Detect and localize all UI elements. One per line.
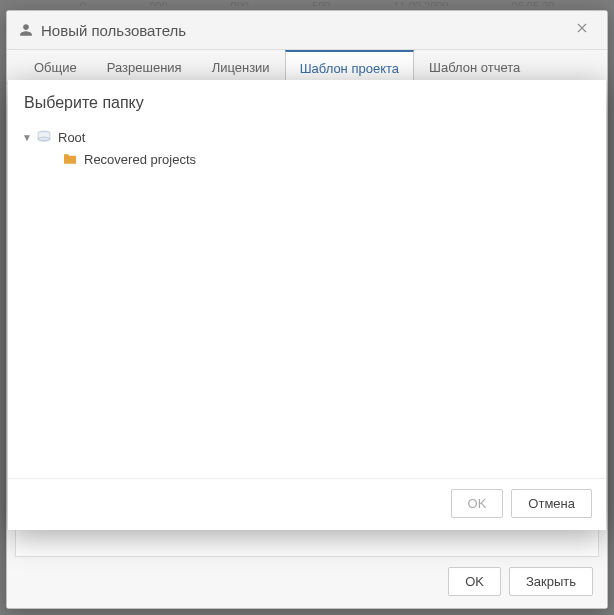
inner-ok-button[interactable]: OK [451, 489, 504, 518]
folder-icon [62, 151, 78, 167]
dialog-close-button[interactable] [569, 19, 595, 41]
folder-tree[interactable]: ▼ Root Recovered projects [8, 122, 606, 478]
tab-general[interactable]: Общие [19, 50, 92, 84]
folder-picker-dialog: Выберите папку ▼ Root Recovered projects… [8, 80, 606, 530]
expander-icon[interactable]: ▼ [20, 132, 34, 143]
folder-picker-title: Выберите папку [8, 80, 606, 122]
tree-node-label: Recovered projects [84, 152, 196, 167]
outer-close-button[interactable]: Закрыть [509, 567, 593, 596]
tab-report-template[interactable]: Шаблон отчета [414, 50, 535, 84]
dialog-footer: OK Закрыть [7, 557, 607, 608]
tab-bar: Общие Разрешения Лицензии Шаблон проекта… [7, 50, 607, 84]
tree-node-label: Root [58, 130, 85, 145]
folder-picker-footer: OK Отмена [8, 478, 606, 530]
tab-project-template[interactable]: Шаблон проекта [285, 50, 414, 84]
dialog-header: Новый пользователь [7, 11, 607, 50]
disk-icon [36, 129, 52, 145]
tree-node-recovered[interactable]: Recovered projects [18, 148, 596, 170]
tab-licenses[interactable]: Лицензии [197, 50, 285, 84]
svg-point-1 [38, 137, 50, 141]
dialog-title: Новый пользователь [41, 22, 569, 39]
inner-cancel-button[interactable]: Отмена [511, 489, 592, 518]
tree-node-root[interactable]: ▼ Root [18, 126, 596, 148]
user-icon [19, 23, 33, 37]
tab-permissions[interactable]: Разрешения [92, 50, 197, 84]
outer-ok-button[interactable]: OK [448, 567, 501, 596]
